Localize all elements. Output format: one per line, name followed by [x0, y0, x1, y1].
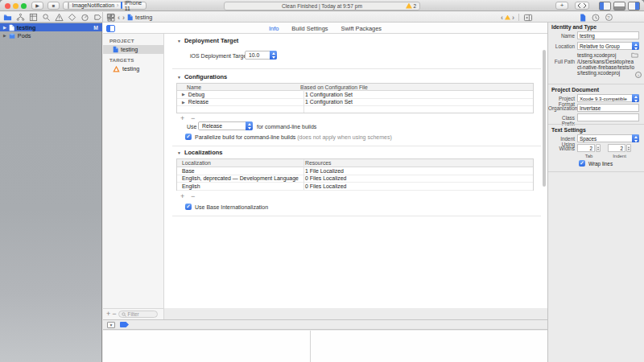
find-navigator-tab[interactable]: [41, 12, 52, 23]
ios-deployment-target-popup[interactable]: 10.0: [245, 51, 277, 60]
indent-width-stepper[interactable]: [626, 144, 631, 152]
zoom-window-button[interactable]: [21, 3, 27, 9]
project-format-popup[interactable]: Xcode 9.3-compatible: [577, 94, 639, 102]
full-path-label: Full Path: [548, 59, 575, 64]
debug-console-pane[interactable]: [311, 331, 547, 362]
popup-value: Release: [202, 123, 222, 129]
disclosure-icon[interactable]: ▶: [182, 100, 185, 105]
close-window-button[interactable]: [5, 3, 10, 9]
remove-configuration-button[interactable]: −: [191, 115, 195, 122]
remove-button[interactable]: −: [112, 311, 116, 318]
target-item-testing[interactable]: testing: [103, 64, 164, 73]
sub-toolbar: ‹ › testing ‹ › ?: [0, 12, 644, 23]
parallelize-checkbox[interactable]: ✓: [185, 134, 192, 140]
name-field[interactable]: testing: [577, 31, 639, 39]
debug-variables-pane[interactable]: [103, 331, 310, 362]
related-items-icon[interactable]: [107, 14, 115, 22]
issue-navigator-tab[interactable]: [54, 12, 64, 23]
xcode-window: ▶ ■ ImageNotification › iPhone 11 Clean …: [0, 0, 644, 362]
scheme-selector[interactable]: ImageNotification › iPhone 11: [63, 2, 147, 10]
project-info-editor: ▼ Deployment Target iOS Deployment Targe…: [164, 34, 547, 308]
organization-field[interactable]: Invertase: [577, 104, 639, 112]
section-title: Deployment Target: [184, 37, 238, 44]
symbol-navigator-tab[interactable]: [28, 12, 39, 23]
location-popup[interactable]: Relative to Group: [577, 42, 639, 50]
minimize-window-button[interactable]: [13, 3, 19, 9]
configurations-section-header[interactable]: ▼ Configurations: [177, 73, 227, 80]
debug-pulldown-icon[interactable]: ▼: [107, 322, 115, 328]
forward-button[interactable]: ›: [122, 14, 125, 22]
stop-button[interactable]: ■: [47, 2, 60, 10]
localization-resources: 0 Files Localized: [299, 183, 346, 189]
class-prefix-field[interactable]: [577, 113, 639, 121]
toggle-navigator-button[interactable]: [599, 2, 611, 10]
project-file-name: testing.xcodeproj: [577, 52, 616, 58]
tab-column-label: Tab: [577, 154, 601, 158]
toggle-inspector-button[interactable]: [628, 2, 640, 10]
disclosure-icon[interactable]: ▼: [177, 150, 181, 155]
column-based-on: Based on Configuration File: [294, 84, 368, 90]
table-row[interactable]: Base 1 File Localized: [177, 167, 533, 175]
divider: [102, 12, 103, 23]
wrap-lines-checkbox[interactable]: ✓: [579, 160, 585, 167]
toggle-debug-area-button[interactable]: [613, 2, 625, 10]
tab-width-stepper[interactable]: [596, 144, 601, 152]
reveal-arrow-icon[interactable]: ›: [635, 72, 642, 78]
command-line-config-popup[interactable]: Release: [198, 121, 253, 130]
add-editor-icon[interactable]: [523, 14, 533, 22]
navigator-panel-icon: [600, 2, 604, 10]
disclosure-icon[interactable]: ▶: [3, 25, 6, 30]
jump-bar-file[interactable]: testing: [135, 14, 152, 21]
scheme-device-label: iPhone 11: [125, 0, 142, 11]
editor-focus-button[interactable]: [575, 2, 589, 10]
deployment-target-section-header[interactable]: ▼ Deployment Target: [177, 37, 238, 44]
source-control-navigator-tab[interactable]: [15, 12, 26, 23]
add-localization-button[interactable]: +: [180, 193, 184, 200]
indent-width-field[interactable]: 2: [608, 144, 625, 152]
warning-badge[interactable]: 2: [406, 3, 416, 9]
stop-icon: ■: [52, 3, 56, 8]
remove-localization-button[interactable]: −: [191, 193, 195, 200]
indent-using-popup[interactable]: Spaces: [577, 134, 639, 142]
tab-swift-packages[interactable]: Swift Packages: [341, 25, 382, 32]
table-row[interactable]: English 0 Files Localized: [177, 183, 533, 191]
editor-scrollbar[interactable]: [543, 50, 546, 187]
quick-help-inspector-tab[interactable]: ?: [605, 14, 613, 21]
breakpoints-toggle-icon[interactable]: [120, 322, 129, 327]
table-row[interactable]: ▶Release 1 Configuration Set: [177, 99, 533, 107]
filter-input[interactable]: Filter: [118, 311, 158, 318]
history-inspector-tab[interactable]: [592, 14, 600, 22]
table-header-row: Localization Resources: [177, 159, 533, 167]
run-button[interactable]: ▶: [31, 2, 43, 10]
config-file: 1 Configuration Set: [299, 99, 353, 105]
localizations-section-header[interactable]: ▼ Localizations: [177, 149, 222, 156]
file-inspector-tab-icon[interactable]: [580, 14, 586, 22]
table-row[interactable]: ▶Debug 1 Configuration Set: [177, 91, 533, 99]
folder-icon[interactable]: [631, 52, 638, 58]
add-configuration-button[interactable]: +: [180, 115, 184, 122]
project-item-testing[interactable]: testing: [103, 45, 164, 54]
base-internationalization-checkbox[interactable]: ✓: [185, 204, 192, 210]
section-divider: [172, 216, 541, 216]
localization-name: English: [177, 183, 299, 189]
library-button[interactable]: +: [555, 2, 568, 10]
tab-info[interactable]: Info: [269, 25, 279, 32]
test-navigator-tab[interactable]: [67, 12, 77, 23]
use-suffix-label: for command-line builds: [257, 124, 316, 130]
tab-build-settings[interactable]: Build Settings: [291, 25, 328, 32]
next-issue-button[interactable]: ›: [512, 14, 514, 22]
table-row[interactable]: English, deprecated — Development Langua…: [177, 175, 533, 183]
disclosure-icon[interactable]: ▼: [177, 75, 181, 80]
navigator-item-testing[interactable]: ▶ testing M: [0, 23, 102, 31]
disclosure-icon[interactable]: ▶: [182, 92, 185, 97]
add-button[interactable]: +: [106, 311, 110, 318]
tab-width-field[interactable]: 2: [577, 144, 595, 152]
project-navigator-tab[interactable]: [2, 12, 13, 23]
previous-issue-button[interactable]: ‹: [501, 14, 503, 22]
debug-navigator-tab[interactable]: [80, 12, 90, 23]
device-icon: [121, 2, 122, 9]
back-button[interactable]: ‹: [118, 14, 120, 22]
navigator-item-pods[interactable]: ▶ Pods: [0, 31, 102, 39]
disclosure-icon[interactable]: ▶: [3, 33, 6, 38]
disclosure-icon[interactable]: ▼: [177, 39, 181, 43]
